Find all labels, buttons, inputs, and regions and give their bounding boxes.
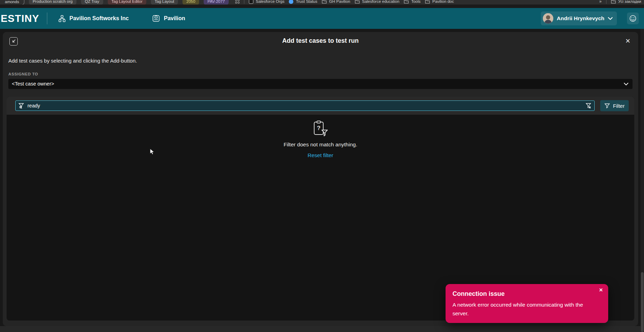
assigned-to-select[interactable]: <Test case owner> [8,79,633,89]
folder-icon [611,0,616,3]
bookmark-link[interactable]: Salesforce Orgs [249,0,284,4]
screen: amonds Production scratch org QZ Tray Ta… [0,0,644,332]
folder-icon [425,0,430,3]
filter-input[interactable]: ready [15,100,595,111]
bookmark-chip[interactable]: amonds [3,0,24,5]
funnel-icon [604,103,610,108]
project-icon [152,15,160,22]
app-header: ESTINY Pavilion Softworks Inc [0,8,644,29]
folder-icon [322,0,327,3]
bookmarks-overflow-button[interactable]: » [599,0,602,4]
bookmark-chip[interactable]: QZ Tray [81,0,103,5]
project-name: Pavilion [164,15,185,22]
bookmark-link[interactable]: GH Pavilion [322,0,350,3]
org-chart-icon [58,15,66,22]
toast-close-icon[interactable]: ✕ [599,287,603,293]
trust-status-favicon [289,0,293,4]
bookmark-link[interactable]: Tools [404,0,421,3]
no-results-clipboard-filter-icon: ? [312,120,329,137]
filter-button-label: Filter [613,103,625,109]
filter-button[interactable]: Filter [600,100,629,111]
org-name: Pavilion Softworks Inc [70,15,129,22]
bookmark-chip[interactable]: Tag Layout Editor [108,0,147,5]
bookmark-chip[interactable]: Production scratch org [29,0,76,5]
user-menu[interactable]: Andrii Hrynkevych [541,11,617,25]
connection-error-toast: Connection issue A network error occurre… [446,284,608,323]
separator [244,0,244,4]
bookmark-link[interactable]: Trust Status [289,0,317,4]
smiley-icon [629,15,637,22]
toast-message: A network error occurred while communica… [453,300,593,318]
feedback-button[interactable] [627,13,639,24]
bookmark-chip[interactable]: Tag Layout [151,0,178,5]
separator [606,0,606,4]
scrollbar[interactable] [641,29,644,332]
filter-input-value: ready [27,101,40,111]
toast-title: Connection issue [453,290,601,298]
bookmark-chip[interactable]: 2050 [182,0,199,5]
bookmark-chip[interactable]: PAV-2077 [204,0,229,5]
chevron-down-icon [624,83,628,86]
header-divider [47,13,47,24]
reset-filter-link[interactable]: Reset filter [308,152,333,159]
all-bookmarks-link[interactable]: Усі закладки [611,0,641,3]
filter-search-icon [18,103,25,109]
clear-filter-icon[interactable] [585,103,592,109]
assigned-to-value: <Test case owner> [12,81,54,87]
user-name: Andrii Hrynkevych [557,15,604,22]
avatar [543,13,553,24]
bookmark-link[interactable]: Pavilion doc [425,0,454,3]
bookmark-link[interactable]: Salesforce education [355,0,399,3]
assigned-to-label: ASSIGNED TO [8,72,38,76]
browser-bookmarks-bar: amonds Production scratch org QZ Tray Ta… [0,0,644,5]
scrollbar-thumb[interactable] [641,272,644,332]
chevron-down-icon [608,17,613,20]
folder-icon [355,0,360,3]
browser-chrome-gap [0,5,644,8]
org-selector[interactable]: Pavilion Softworks Inc [58,15,129,22]
project-selector[interactable]: Pavilion [152,15,185,22]
dialog-title: Add test cases to test run [3,37,638,44]
app-logo[interactable]: ESTINY [1,13,39,24]
page-bottom-band [0,326,644,332]
filter-toolbar: ready Filter [7,97,634,115]
mouse-cursor [150,148,156,155]
close-icon[interactable]: ✕ [625,37,630,46]
apps-grid-icon[interactable] [235,0,239,3]
svg-text:?: ? [317,125,320,131]
dialog-description: Add test cases by selecting and clicking… [8,58,137,64]
empty-state-message: Filter does not match anything. [284,141,357,148]
salesforce-orgs-favicon [249,0,253,4]
add-test-cases-dialog: Add test cases to test run ✕ Add test ca… [3,32,638,326]
folder-icon [404,0,409,3]
